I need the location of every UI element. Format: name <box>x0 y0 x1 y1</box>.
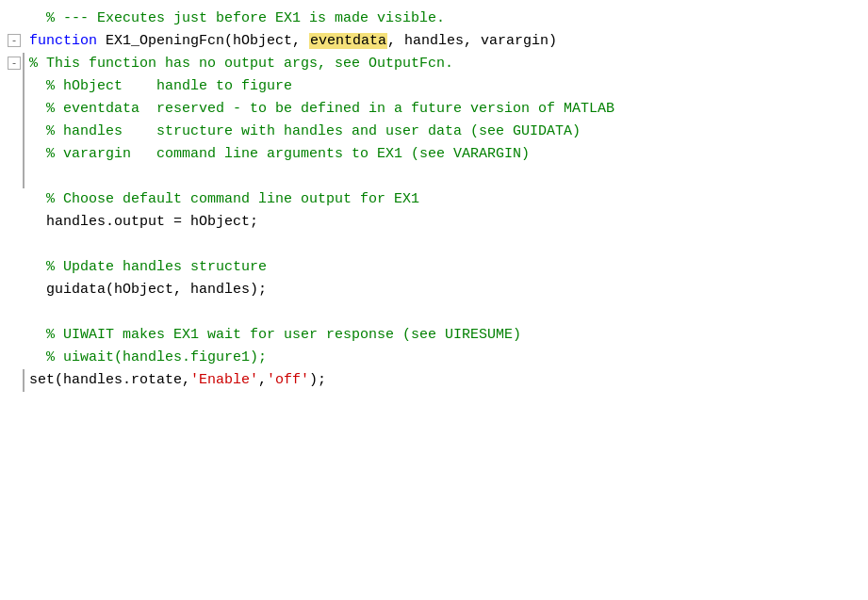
code-line-7: % varargin command line arguments to EX1… <box>0 143 868 166</box>
code-text-12: % Update handles structure <box>29 256 868 278</box>
keyword-function: function <box>29 33 106 49</box>
fold-icon-function[interactable]: - <box>8 34 21 47</box>
code-text-4: % hObject handle to figure <box>29 75 868 97</box>
code-text-15: % UIWAIT makes EX1 wait for user respons… <box>29 324 868 346</box>
comma: , <box>258 372 267 388</box>
string-enable: 'Enable' <box>190 372 258 388</box>
code-text-6: % handles structure with handles and use… <box>29 121 868 142</box>
close-paren: ); <box>309 372 326 388</box>
vertical-bar-6 <box>23 121 25 143</box>
code-text-16: % uiwait(handles.figure1); <box>29 347 868 368</box>
code-line-12: % Update handles structure <box>0 256 868 279</box>
code-text-3: % This function has no output args, see … <box>29 53 868 74</box>
string-off: 'off' <box>267 372 309 388</box>
code-line-14 <box>0 301 868 324</box>
code-text-10: handles.output = hObject; <box>29 211 868 233</box>
code-line-13: guidata(hObject, handles); <box>0 279 868 301</box>
vertical-bar-5 <box>23 98 25 121</box>
code-line-15: % UIWAIT makes EX1 wait for user respons… <box>0 324 868 347</box>
function-name: EX1_OpeningFcn(hObject, <box>106 33 309 49</box>
code-text-13: guidata(hObject, handles); <box>29 279 868 300</box>
code-line-11 <box>0 234 868 256</box>
code-editor: % --- Executes just before EX1 is made v… <box>0 0 868 600</box>
code-text-2: function EX1_OpeningFcn(hObject, eventda… <box>29 30 868 52</box>
vertical-bar-17 <box>23 369 25 392</box>
code-text-17: set(handles.rotate,'Enable','off'); <box>29 369 868 391</box>
set-call: set(handles.rotate, <box>29 372 190 388</box>
code-text-9: % Choose default command line output for… <box>29 188 868 210</box>
vertical-bar-3 <box>23 53 25 75</box>
code-text-7: % varargin command line arguments to EX1… <box>29 143 868 165</box>
code-line-2: - function EX1_OpeningFcn(hObject, event… <box>0 30 868 53</box>
vertical-bar-7 <box>23 143 25 166</box>
code-line-6: % handles structure with handles and use… <box>0 121 868 143</box>
code-line-3: - % This function has no output args, se… <box>0 53 868 75</box>
code-line-16: % uiwait(handles.figure1); <box>0 347 868 369</box>
code-line-9: % Choose default command line output for… <box>0 188 868 211</box>
code-line-10: handles.output = hObject; <box>0 211 868 234</box>
code-text-5: % eventdata reserved - to be defined in … <box>29 98 868 120</box>
code-line-8 <box>0 166 868 188</box>
vertical-bar-8 <box>23 166 25 188</box>
code-text-1: % --- Executes just before EX1 is made v… <box>29 8 868 29</box>
code-line-17: set(handles.rotate,'Enable','off'); <box>0 369 868 392</box>
code-line-4: % hObject handle to figure <box>0 75 868 98</box>
function-args: , handles, varargin) <box>387 33 557 49</box>
code-line-1: % --- Executes just before EX1 is made v… <box>0 8 868 30</box>
highlighted-eventdata: eventdata <box>309 33 387 49</box>
vertical-bar-4 <box>23 75 25 98</box>
fold-icon-comment[interactable]: - <box>8 57 21 70</box>
code-line-5: % eventdata reserved - to be defined in … <box>0 98 868 121</box>
